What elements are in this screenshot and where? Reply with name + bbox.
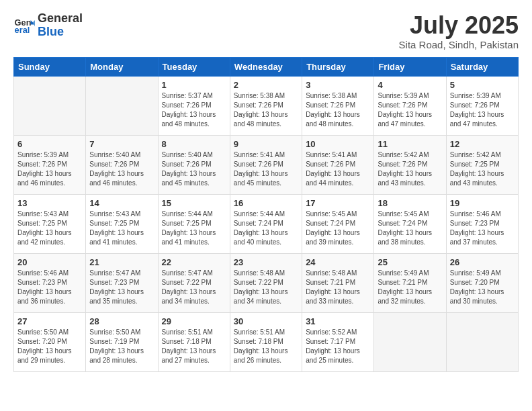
logo-icon: Gen eral: [13, 15, 35, 36]
day-info: Sunrise: 5:37 AMSunset: 7:26 PMDaylight:…: [162, 91, 226, 129]
week-row-4: 20Sunrise: 5:46 AMSunset: 7:23 PMDayligh…: [14, 253, 519, 312]
day-cell: 23Sunrise: 5:48 AMSunset: 7:22 PMDayligh…: [230, 253, 302, 312]
day-number: 14: [89, 198, 154, 208]
day-info: Sunrise: 5:47 AMSunset: 7:23 PMDaylight:…: [89, 269, 154, 306]
week-row-5: 27Sunrise: 5:50 AMSunset: 7:20 PMDayligh…: [14, 312, 519, 371]
day-cell: 16Sunrise: 5:44 AMSunset: 7:24 PMDayligh…: [230, 194, 302, 253]
day-number: 2: [234, 80, 298, 90]
day-number: 23: [234, 257, 298, 267]
day-number: 1: [162, 80, 226, 90]
day-info: Sunrise: 5:39 AMSunset: 7:26 PMDaylight:…: [450, 91, 515, 129]
calendar-page: Gen eral General Blue July 2025 Sita Roa…: [0, 0, 532, 384]
day-info: Sunrise: 5:42 AMSunset: 7:25 PMDaylight:…: [450, 150, 515, 188]
day-number: 10: [306, 139, 370, 149]
svg-text:eral: eral: [15, 25, 30, 35]
calendar-table: SundayMondayTuesdayWednesdayThursdayFrid…: [13, 57, 519, 372]
day-cell: 25Sunrise: 5:49 AMSunset: 7:21 PMDayligh…: [374, 253, 446, 312]
day-cell: 7Sunrise: 5:40 AMSunset: 7:26 PMDaylight…: [86, 135, 158, 194]
day-info: Sunrise: 5:51 AMSunset: 7:18 PMDaylight:…: [162, 328, 226, 365]
day-cell: 9Sunrise: 5:41 AMSunset: 7:26 PMDaylight…: [230, 135, 302, 194]
weekday-header-monday: Monday: [86, 57, 158, 76]
day-info: Sunrise: 5:38 AMSunset: 7:26 PMDaylight:…: [234, 91, 298, 129]
day-number: 11: [378, 139, 442, 149]
day-info: Sunrise: 5:42 AMSunset: 7:26 PMDaylight:…: [378, 150, 442, 188]
weekday-header-sunday: Sunday: [14, 57, 86, 76]
weekday-header-friday: Friday: [374, 57, 446, 76]
weekday-header-row: SundayMondayTuesdayWednesdayThursdayFrid…: [14, 57, 519, 76]
day-info: Sunrise: 5:39 AMSunset: 7:26 PMDaylight:…: [17, 150, 82, 188]
day-cell: [86, 76, 158, 135]
day-number: 26: [450, 257, 515, 267]
day-info: Sunrise: 5:50 AMSunset: 7:20 PMDaylight:…: [17, 328, 82, 365]
day-number: 28: [89, 316, 154, 326]
week-row-1: 1Sunrise: 5:37 AMSunset: 7:26 PMDaylight…: [14, 76, 519, 135]
day-info: Sunrise: 5:38 AMSunset: 7:26 PMDaylight:…: [306, 91, 370, 129]
day-number: 29: [162, 316, 226, 326]
day-info: Sunrise: 5:46 AMSunset: 7:23 PMDaylight:…: [450, 210, 515, 247]
day-cell: 18Sunrise: 5:45 AMSunset: 7:24 PMDayligh…: [374, 194, 446, 253]
day-number: 25: [378, 257, 442, 267]
day-cell: 12Sunrise: 5:42 AMSunset: 7:25 PMDayligh…: [446, 135, 518, 194]
day-cell: [14, 76, 86, 135]
header: Gen eral General Blue July 2025 Sita Roa…: [13, 12, 519, 50]
month-title: July 2025: [399, 12, 519, 39]
day-info: Sunrise: 5:40 AMSunset: 7:26 PMDaylight:…: [89, 150, 154, 188]
day-number: 20: [17, 257, 82, 267]
day-number: 5: [450, 80, 515, 90]
day-cell: 1Sunrise: 5:37 AMSunset: 7:26 PMDaylight…: [158, 76, 230, 135]
day-cell: 5Sunrise: 5:39 AMSunset: 7:26 PMDaylight…: [446, 76, 518, 135]
day-cell: 29Sunrise: 5:51 AMSunset: 7:18 PMDayligh…: [158, 312, 230, 371]
day-info: Sunrise: 5:39 AMSunset: 7:26 PMDaylight:…: [378, 91, 442, 129]
day-cell: 26Sunrise: 5:49 AMSunset: 7:20 PMDayligh…: [446, 253, 518, 312]
day-info: Sunrise: 5:47 AMSunset: 7:22 PMDaylight:…: [162, 269, 226, 306]
day-info: Sunrise: 5:52 AMSunset: 7:17 PMDaylight:…: [306, 328, 370, 365]
day-info: Sunrise: 5:49 AMSunset: 7:20 PMDaylight:…: [450, 269, 515, 306]
day-cell: 19Sunrise: 5:46 AMSunset: 7:23 PMDayligh…: [446, 194, 518, 253]
day-number: 16: [234, 198, 298, 208]
day-info: Sunrise: 5:41 AMSunset: 7:26 PMDaylight:…: [234, 150, 298, 188]
day-cell: 14Sunrise: 5:43 AMSunset: 7:25 PMDayligh…: [86, 194, 158, 253]
weekday-header-wednesday: Wednesday: [230, 57, 302, 76]
day-info: Sunrise: 5:44 AMSunset: 7:25 PMDaylight:…: [162, 210, 226, 247]
day-number: 7: [89, 139, 154, 149]
day-info: Sunrise: 5:48 AMSunset: 7:22 PMDaylight:…: [234, 269, 298, 306]
day-cell: 30Sunrise: 5:51 AMSunset: 7:18 PMDayligh…: [230, 312, 302, 371]
day-cell: 8Sunrise: 5:40 AMSunset: 7:26 PMDaylight…: [158, 135, 230, 194]
day-number: 15: [162, 198, 226, 208]
day-cell: 11Sunrise: 5:42 AMSunset: 7:26 PMDayligh…: [374, 135, 446, 194]
day-info: Sunrise: 5:48 AMSunset: 7:21 PMDaylight:…: [306, 269, 370, 306]
day-info: Sunrise: 5:50 AMSunset: 7:19 PMDaylight:…: [89, 328, 154, 365]
day-cell: 31Sunrise: 5:52 AMSunset: 7:17 PMDayligh…: [302, 312, 374, 371]
day-cell: 22Sunrise: 5:47 AMSunset: 7:22 PMDayligh…: [158, 253, 230, 312]
day-info: Sunrise: 5:43 AMSunset: 7:25 PMDaylight:…: [17, 210, 82, 247]
logo: Gen eral General Blue: [13, 12, 83, 39]
day-info: Sunrise: 5:41 AMSunset: 7:26 PMDaylight:…: [306, 150, 370, 188]
day-number: 6: [17, 139, 82, 149]
day-number: 13: [17, 198, 82, 208]
week-row-2: 6Sunrise: 5:39 AMSunset: 7:26 PMDaylight…: [14, 135, 519, 194]
day-info: Sunrise: 5:46 AMSunset: 7:23 PMDaylight:…: [17, 269, 82, 306]
week-row-3: 13Sunrise: 5:43 AMSunset: 7:25 PMDayligh…: [14, 194, 519, 253]
day-cell: 10Sunrise: 5:41 AMSunset: 7:26 PMDayligh…: [302, 135, 374, 194]
day-cell: 24Sunrise: 5:48 AMSunset: 7:21 PMDayligh…: [302, 253, 374, 312]
day-cell: 13Sunrise: 5:43 AMSunset: 7:25 PMDayligh…: [14, 194, 86, 253]
day-cell: 17Sunrise: 5:45 AMSunset: 7:24 PMDayligh…: [302, 194, 374, 253]
day-cell: 2Sunrise: 5:38 AMSunset: 7:26 PMDaylight…: [230, 76, 302, 135]
day-number: 9: [234, 139, 298, 149]
day-info: Sunrise: 5:43 AMSunset: 7:25 PMDaylight:…: [89, 210, 154, 247]
day-cell: 20Sunrise: 5:46 AMSunset: 7:23 PMDayligh…: [14, 253, 86, 312]
weekday-header-saturday: Saturday: [446, 57, 518, 76]
day-info: Sunrise: 5:45 AMSunset: 7:24 PMDaylight:…: [378, 210, 442, 247]
day-info: Sunrise: 5:44 AMSunset: 7:24 PMDaylight:…: [234, 210, 298, 247]
day-cell: [374, 312, 446, 371]
day-number: 4: [378, 80, 442, 90]
day-number: 18: [378, 198, 442, 208]
day-number: 12: [450, 139, 515, 149]
logo-text: General Blue: [38, 12, 83, 39]
weekday-header-thursday: Thursday: [302, 57, 374, 76]
day-info: Sunrise: 5:40 AMSunset: 7:26 PMDaylight:…: [162, 150, 226, 188]
title-block: July 2025 Sita Road, Sindh, Pakistan: [399, 12, 519, 50]
day-number: 27: [17, 316, 82, 326]
day-number: 19: [450, 198, 515, 208]
day-number: 22: [162, 257, 226, 267]
